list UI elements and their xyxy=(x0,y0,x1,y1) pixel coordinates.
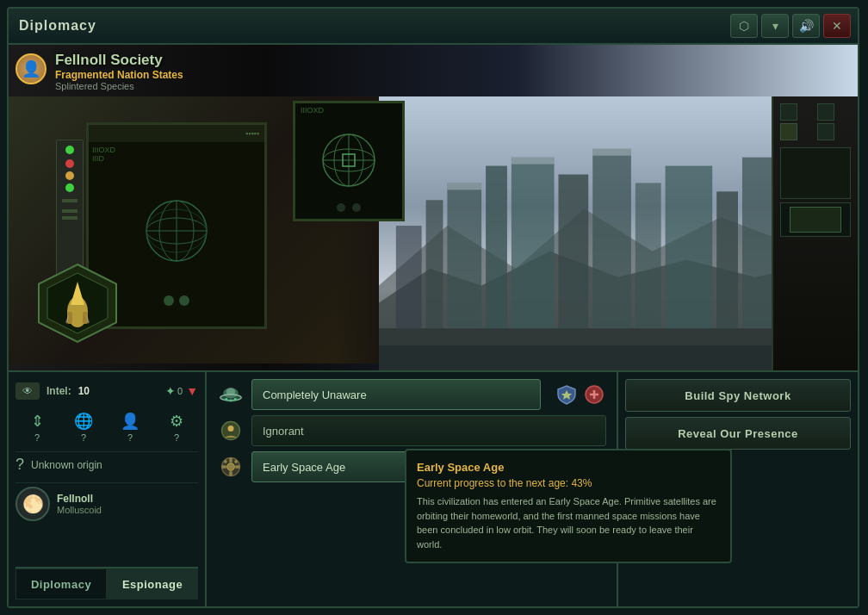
svg-rect-60 xyxy=(229,471,232,475)
species-name: Fellnoll xyxy=(57,493,102,505)
middle-panel: Completely Unaware xyxy=(207,372,617,606)
knowledge-label: Ignorant xyxy=(263,425,304,438)
knowledge-button[interactable]: Ignorant xyxy=(251,415,606,446)
build-spy-network-button[interactable]: Build Spy Network xyxy=(625,379,851,412)
icon-button[interactable]: ⬡ xyxy=(730,14,758,38)
ufo-icon xyxy=(219,382,243,407)
panel-sub xyxy=(790,207,841,233)
intel-label: Intel: xyxy=(46,385,71,397)
speaker-button[interactable]: 🔊 xyxy=(792,14,820,38)
dot-b xyxy=(352,203,361,212)
rack-light-green xyxy=(65,146,74,154)
screen-header: ▪▪▪▪▪ xyxy=(89,125,264,142)
species-info: Fellnoll Molluscoid xyxy=(57,493,102,515)
panel-cell3 xyxy=(780,123,797,140)
rack-stripe xyxy=(62,199,78,202)
network-icon: ✦ xyxy=(165,384,176,398)
ship-hex-icon xyxy=(34,260,121,346)
svg-rect-62 xyxy=(235,465,239,469)
reveal-presence-button[interactable]: Reveal Our Presence xyxy=(625,417,851,450)
network-icon-group: ✦ 0 xyxy=(165,384,183,398)
awareness-button[interactable]: Completely Unaware xyxy=(251,379,541,410)
svg-rect-24 xyxy=(396,226,422,328)
status-icons: ✦ 0 ▼ xyxy=(165,384,198,398)
svg-point-58 xyxy=(227,463,235,471)
unknown-icon: ? xyxy=(16,456,24,474)
titlebar: Diplomacy ⬡ ▾ 🔊 ✕ xyxy=(9,9,858,45)
panel-cell4 xyxy=(817,123,834,140)
main-content: 👤 Fellnoll Society Fragmented Nation Sta… xyxy=(9,45,858,606)
stat-val-3: ? xyxy=(174,432,179,443)
stat-icon-3: ⚙ xyxy=(170,412,183,431)
globe-screen-panel: IIIOXD xyxy=(293,101,405,221)
stat-val-1: ? xyxy=(81,432,86,443)
dropdown-button[interactable]: ▾ xyxy=(761,14,789,38)
svg-rect-25 xyxy=(426,200,443,328)
tooltip-box: Early Space Age Current progress to the … xyxy=(405,449,732,563)
svg-point-49 xyxy=(230,400,232,402)
tooltip-progress: Current progress to the next age: 43% xyxy=(417,477,720,489)
svg-rect-32 xyxy=(666,166,713,329)
window-title: Diplomacy xyxy=(19,18,96,34)
society-status: Fragmented Nation States xyxy=(55,69,183,81)
stat-val-0: ? xyxy=(34,432,40,443)
cross-icon xyxy=(582,382,606,407)
stat-icon-2: 👤 xyxy=(121,412,140,431)
intel-icon: 👁 xyxy=(16,382,40,400)
globe-wireframe xyxy=(142,196,211,265)
svg-rect-28 xyxy=(512,158,555,329)
shield-icon xyxy=(555,382,579,407)
build-spy-network-label: Build Spy Network xyxy=(685,389,790,402)
stat-item-0: ⇕ ? xyxy=(16,412,59,443)
intel-value: 10 xyxy=(78,385,90,397)
dot1 xyxy=(164,295,174,306)
right-tech-panel xyxy=(772,96,858,372)
svg-rect-61 xyxy=(222,465,226,469)
dot-a xyxy=(337,203,345,212)
stat-icon-0: ⇕ xyxy=(31,412,44,431)
species-row: 🌕 Fellnoll Molluscoid xyxy=(16,482,198,525)
svg-rect-39 xyxy=(512,158,555,165)
stat-val-2: ? xyxy=(127,432,133,443)
svg-rect-30 xyxy=(592,149,631,329)
unknown-origin-row: ? Unknown origin xyxy=(16,451,198,477)
network-count: 0 xyxy=(177,386,183,396)
window-controls: ⬡ ▾ 🔊 ✕ xyxy=(730,14,851,38)
svg-rect-40 xyxy=(592,149,631,156)
svg-point-48 xyxy=(225,398,227,401)
tooltip-title: Early Space Age xyxy=(417,461,720,474)
unknown-text: Unknown origin xyxy=(31,459,102,471)
reveal-presence-label: Reveal Our Presence xyxy=(678,427,798,440)
tab-diplomacy[interactable]: Diplomacy xyxy=(16,568,107,599)
awareness-row[interactable]: Completely Unaware xyxy=(217,379,606,410)
globe-screen-content xyxy=(295,117,402,203)
svg-rect-29 xyxy=(559,175,589,329)
society-portrait-icon: 👤 xyxy=(16,53,46,84)
svg-rect-38 xyxy=(447,183,481,189)
left-panel: 👁 Intel: 10 ✦ 0 ▼ ⇕ ? xyxy=(9,372,207,606)
dot2 xyxy=(179,295,189,306)
close-button[interactable]: ✕ xyxy=(823,14,851,38)
panel-cell1 xyxy=(780,103,797,121)
species-type: Molluscoid xyxy=(57,505,102,515)
society-name: Fellnoll Society xyxy=(55,52,183,69)
gear-icon xyxy=(217,453,245,481)
awareness-extra-icons xyxy=(555,382,606,407)
rack-light-yellow xyxy=(65,171,74,180)
svg-rect-33 xyxy=(716,191,738,328)
tooltip-progress-value: 43% xyxy=(571,477,592,489)
bottom-section: 👁 Intel: 10 ✦ 0 ▼ ⇕ ? xyxy=(9,372,858,606)
rack-stripe3 xyxy=(62,216,78,220)
svg-rect-59 xyxy=(229,458,232,463)
stat-icon-1: 🌐 xyxy=(74,412,93,431)
tech-label: Early Space Age xyxy=(263,461,345,474)
society-subspecies: Splintered Species xyxy=(55,81,183,91)
stat-item-3: ⚙ ? xyxy=(155,412,198,443)
tooltip-description: This civilization has entered an Early S… xyxy=(417,494,720,551)
species-portrait: 🌕 xyxy=(16,487,50,521)
tab-espionage[interactable]: Espionage xyxy=(107,568,198,599)
globe-screen-dots xyxy=(295,203,402,215)
awareness-icon xyxy=(217,381,245,408)
knowledge-row[interactable]: Ignorant xyxy=(217,415,606,446)
svg-point-56 xyxy=(228,426,234,432)
